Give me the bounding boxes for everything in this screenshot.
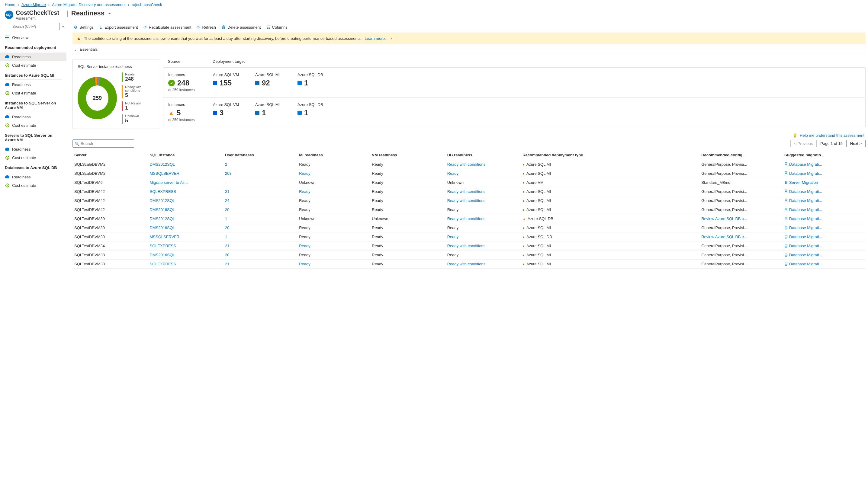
breadcrumb-link[interactable]: Azure Migrate — [22, 2, 46, 7]
sidebar-item-overview[interactable]: Overview — [0, 33, 66, 42]
table-row[interactable]: SQLScaleDBVM2MSSQLSERVER203ReadyReadyRea… — [72, 169, 866, 178]
cell-link[interactable]: Ready with conditions — [447, 243, 485, 248]
sidebar-item[interactable]: Cost estimate — [0, 89, 66, 97]
column-header[interactable]: MI readiness — [297, 150, 370, 160]
collapse-sidebar-icon[interactable]: « — [62, 25, 64, 29]
cell-link[interactable]: 20 — [225, 253, 229, 257]
column-header[interactable]: Recommended deployment type — [521, 150, 700, 160]
columns-button[interactable]: ☷Columns — [267, 25, 287, 30]
learn-more-link[interactable]: Learn more. — [365, 36, 386, 41]
settings-button[interactable]: ⚙Settings — [74, 25, 94, 30]
cell-link[interactable]: Database Migrati... — [789, 262, 822, 266]
table-row[interactable]: SQLTestDBVM6Migrate server to Az...-Unkn… — [72, 178, 866, 187]
cell-link[interactable]: Review Azure SQL DB c... — [701, 217, 747, 221]
cell-link[interactable]: 203 — [225, 171, 231, 176]
table-row[interactable]: SQLTestDBVM38SQLEXPRESS21ReadyReadyReady… — [72, 260, 866, 269]
cell-link[interactable]: SQLEXPRESS — [150, 189, 176, 194]
table-search-input[interactable] — [72, 139, 134, 148]
sidebar-item[interactable]: Readiness — [0, 112, 66, 121]
table-row[interactable]: SQLTestDBVM38DMS2016SQL20ReadyReadyReady… — [72, 251, 866, 260]
sidebar-item[interactable]: Cost estimate — [0, 61, 66, 69]
table-row[interactable]: SQLTestDBVM42DMS2012SQL24ReadyReadyReady… — [72, 196, 866, 205]
cell-link[interactable]: DMS2012SQL — [150, 162, 175, 167]
cell-link[interactable]: Migrate server to Az... — [150, 180, 188, 185]
column-header[interactable]: Suggested migratio... — [782, 150, 866, 160]
table-row[interactable]: SQLTestDBVM42DMS2016SQL20ReadyReadyReady… — [72, 205, 866, 214]
cell-link[interactable]: Database Migrati... — [789, 253, 822, 257]
cell-link[interactable]: Ready — [299, 262, 310, 266]
export-button[interactable]: ⤓Export assessment — [99, 25, 138, 30]
cell-link[interactable]: Review Azure SQL DB c... — [701, 234, 747, 239]
cell-link[interactable]: Database Migrati... — [789, 217, 822, 221]
column-header[interactable]: Recommended config... — [700, 150, 782, 160]
cell-link[interactable]: Database Migrati... — [789, 226, 822, 230]
column-header[interactable]: User databases — [223, 150, 297, 160]
cell-link[interactable]: 2 — [225, 162, 227, 167]
cell-link[interactable]: Database Migrati... — [789, 198, 822, 203]
help-link[interactable]: Help me understand this assessment — [800, 133, 864, 138]
sidebar-item[interactable]: Readiness — [0, 80, 66, 89]
column-header[interactable]: VM readiness — [370, 150, 445, 160]
cell-link[interactable]: Ready — [447, 171, 459, 176]
sidebar-item[interactable]: Cost estimate — [0, 153, 66, 162]
cell-link[interactable]: Database Migrati... — [789, 243, 822, 248]
cell-link[interactable]: 20 — [225, 207, 229, 212]
sidebar-item[interactable]: Readiness — [0, 173, 66, 181]
cell-link[interactable]: MSSQLSERVER — [150, 171, 179, 176]
delete-button[interactable]: 🗑Delete assessment — [221, 25, 261, 30]
breadcrumb-link[interactable]: rajosh-costCheck — [132, 2, 162, 7]
column-header[interactable]: SQL instance — [148, 150, 223, 160]
breadcrumb-home[interactable]: Home — [5, 2, 16, 7]
table-row[interactable]: SQLTestDBVM39MSSQLSERVER1ReadyReadyReady… — [72, 232, 866, 241]
cell-link[interactable]: Database Migrati... — [789, 207, 822, 212]
cell-link[interactable]: Ready — [299, 243, 310, 248]
column-header[interactable]: Server — [72, 150, 148, 160]
cell-link[interactable]: Ready — [447, 234, 459, 239]
cell-link[interactable]: 21 — [225, 243, 229, 248]
previous-button[interactable]: < Previous — [790, 140, 817, 147]
cell-link[interactable]: DMS2012SQL — [150, 217, 175, 221]
cell-link[interactable]: 24 — [225, 198, 229, 203]
sidebar-item[interactable]: Cost estimate — [0, 121, 66, 130]
cell-link[interactable]: 1 — [225, 234, 227, 239]
column-header[interactable]: DB readiness — [445, 150, 521, 160]
next-button[interactable]: Next > — [846, 140, 866, 147]
cell-link[interactable]: DMS2016SQL — [150, 207, 175, 212]
table-row[interactable]: SQLTestDBVM39DMS2012SQL1UnknownUnknownRe… — [72, 214, 866, 223]
breadcrumb-link[interactable]: Azure Migrate: Discovery and assessment — [52, 2, 125, 7]
cell-link[interactable]: DMS2016SQL — [150, 253, 175, 257]
sidebar-item[interactable]: Readiness — [0, 53, 66, 61]
cell-link[interactable]: Database Migrati... — [789, 171, 822, 176]
cell-link[interactable]: 1 — [225, 217, 227, 221]
cell-link[interactable]: Server Migration — [789, 180, 818, 185]
cell-link[interactable]: Ready with conditions — [447, 262, 485, 266]
cell-link[interactable]: Database Migrati... — [789, 234, 822, 239]
cell-link[interactable]: Ready with conditions — [447, 162, 485, 167]
cell-link[interactable]: 20 — [225, 226, 229, 230]
essentials-toggle[interactable]: ⌄ Essentials — [72, 44, 866, 55]
cell-link[interactable]: Database Migrati... — [789, 162, 822, 167]
cell-link[interactable]: 21 — [225, 189, 229, 194]
cell-link[interactable]: Ready — [299, 189, 310, 194]
cell-link[interactable]: Ready — [299, 171, 310, 176]
table-row[interactable]: SQLTestDBVM34SQLEXPRESS21ReadyReadyReady… — [72, 241, 866, 251]
table-row[interactable]: SQLTestDBVM42SQLEXPRESS21ReadyReadyReady… — [72, 187, 866, 196]
table-row[interactable]: SQLTestDBVM39DMS2016SQL20ReadyReadyReady… — [72, 223, 866, 232]
recalculate-button[interactable]: ⟳Recalculate assessment — [144, 25, 191, 30]
cell-link[interactable]: DMS2012SQL — [150, 198, 175, 203]
sidebar-search-input[interactable] — [5, 23, 60, 30]
more-actions-icon[interactable]: ⋯ — [107, 11, 112, 16]
refresh-button[interactable]: ⟳Refresh — [196, 25, 216, 30]
cell-link[interactable]: SQLEXPRESS — [150, 262, 176, 266]
cell-link[interactable]: Ready with conditions — [447, 217, 485, 221]
cell-link[interactable]: Ready with conditions — [447, 198, 485, 203]
cell-link[interactable]: 21 — [225, 262, 229, 266]
cell-link[interactable]: DMS2016SQL — [150, 226, 175, 230]
sidebar-item[interactable]: Cost estimate — [0, 181, 66, 190]
cell-link[interactable]: MSSQLSERVER — [150, 234, 179, 239]
table-row[interactable]: SQLScaleDBVM2DMS2012SQL2ReadyReadyReady … — [72, 160, 866, 169]
cell-link[interactable]: SQLEXPRESS — [150, 243, 176, 248]
cell-link[interactable]: Ready with conditions — [447, 189, 485, 194]
sidebar-item[interactable]: Readiness — [0, 145, 66, 153]
cell-link[interactable]: Database Migrati... — [789, 189, 822, 194]
